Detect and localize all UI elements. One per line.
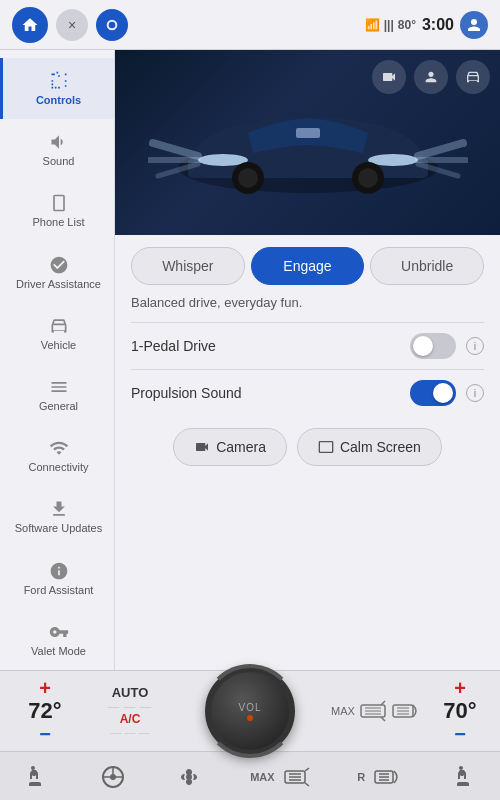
max-defrost-icon[interactable] [281, 761, 313, 793]
general-label: General [39, 400, 78, 413]
vol-indicator [247, 715, 253, 721]
one-pedal-drive-label: 1-Pedal Drive [131, 338, 216, 354]
sound-icon [48, 131, 70, 153]
driver-icon [48, 254, 70, 276]
close-button[interactable]: × [56, 9, 88, 41]
calm-screen-label: Calm Screen [340, 439, 421, 455]
rear-defrost-icon [391, 697, 419, 725]
rear-defrost-label: R [357, 771, 365, 783]
right-temp-plus[interactable]: + [454, 678, 466, 698]
max-defrost-label: MAX [250, 771, 274, 783]
whisper-mode-button[interactable]: Whisper [131, 247, 245, 285]
propulsion-sound-label: Propulsion Sound [131, 385, 242, 401]
action-buttons: Camera Calm Screen [131, 428, 484, 466]
content-area: Whisper Engage Unbridle Balanced drive, … [115, 50, 500, 670]
home-button[interactable] [12, 7, 48, 43]
camera-label: Camera [216, 439, 266, 455]
sidebar-item-valet-mode[interactable]: Valet Mode [0, 609, 114, 670]
ac-label: A/C [120, 712, 141, 726]
propulsion-sound-row: Propulsion Sound i [131, 369, 484, 416]
sidebar-item-general[interactable]: General [0, 364, 114, 425]
one-pedal-drive-controls: i [410, 333, 484, 359]
volume-knob[interactable]: VOL [205, 666, 295, 756]
bottom-bar: + 72° − AUTO — — — A/C — — — VOL MAX [0, 670, 500, 800]
signal-bars: ||| [384, 18, 394, 32]
car-image-area [115, 50, 500, 235]
auto-section: AUTO — — — A/C — — — [90, 685, 170, 738]
ford-assistant-icon [48, 560, 70, 582]
software-updates-icon [48, 498, 70, 520]
controls-icon [48, 70, 70, 92]
max-defrost-group: MAX [250, 761, 312, 793]
ford-assistant-label: Ford Assistant [24, 584, 94, 597]
engage-mode-button[interactable]: Engage [251, 247, 365, 285]
one-pedal-drive-toggle[interactable] [410, 333, 456, 359]
sidebar-item-sound[interactable]: Sound [0, 119, 114, 180]
main-container: Controls Sound Phone List Driver Assista… [0, 50, 500, 670]
propulsion-sound-info[interactable]: i [466, 384, 484, 402]
ac-dashes: — — — [110, 726, 149, 738]
svg-point-7 [238, 168, 258, 188]
drive-section: Whisper Engage Unbridle Balanced drive, … [115, 235, 500, 670]
status-icons: 📶 ||| 80° [365, 18, 416, 32]
wifi-icon: 📶 [365, 18, 380, 32]
driver-assistance-label: Driver Assistance [16, 278, 101, 291]
sidebar-item-connectivity[interactable]: Connectivity [0, 425, 114, 486]
sidebar-item-phone-list[interactable]: Phone List [0, 180, 114, 241]
svg-point-1 [109, 21, 116, 28]
unbridle-mode-button[interactable]: Unbridle [370, 247, 484, 285]
controls-label: Controls [36, 94, 81, 107]
time-display: 3:00 [422, 16, 454, 34]
bottom-icons-row: MAX R [0, 751, 500, 800]
seat-heat-left-icon[interactable] [20, 761, 52, 793]
rear-defrost-group: R [357, 761, 403, 793]
status-bar-right: 📶 ||| 80° 3:00 [365, 11, 488, 39]
valet-mode-icon [48, 621, 70, 643]
car-view-button[interactable] [456, 60, 490, 94]
propulsion-sound-toggle[interactable] [410, 380, 456, 406]
bottom-controls: + 72° − AUTO — — — A/C — — — VOL MAX [0, 671, 500, 751]
vehicle-icon [48, 315, 70, 337]
camera-button[interactable]: Camera [173, 428, 287, 466]
connectivity-icon [48, 437, 70, 459]
sidebar-item-software-updates[interactable]: Software Updates [0, 486, 114, 547]
left-temp-value: 72° [28, 698, 61, 724]
max-label: MAX [331, 705, 355, 717]
calm-screen-button[interactable]: Calm Screen [297, 428, 442, 466]
seat-heat-right-icon[interactable] [448, 761, 480, 793]
propulsion-sound-knob [433, 383, 453, 403]
left-temp-minus[interactable]: − [39, 724, 51, 744]
svg-rect-10 [296, 128, 320, 138]
drive-description: Balanced drive, everyday fun. [131, 295, 484, 310]
user-avatar[interactable] [460, 11, 488, 39]
assistant-button[interactable] [96, 9, 128, 41]
defrost-icon [359, 697, 387, 725]
person-view-button[interactable] [414, 60, 448, 94]
status-bar-left: × [12, 7, 128, 43]
camera-icon [194, 439, 210, 455]
one-pedal-drive-knob [413, 336, 433, 356]
svg-point-14 [110, 774, 116, 780]
sidebar-item-controls[interactable]: Controls [0, 58, 114, 119]
vol-knob-area: VOL [170, 666, 330, 756]
sound-label: Sound [43, 155, 75, 168]
sidebar-item-ford-assistant[interactable]: Ford Assistant [0, 548, 114, 609]
one-pedal-drive-row: 1-Pedal Drive i [131, 322, 484, 369]
steering-icon[interactable] [97, 761, 129, 793]
left-temp-section: + 72° − [0, 670, 90, 752]
fan-icon[interactable] [173, 761, 205, 793]
right-controls: MAX [330, 697, 420, 725]
rear-defrost-icon[interactable] [371, 761, 403, 793]
valet-mode-label: Valet Mode [31, 645, 86, 658]
phone-icon [48, 192, 70, 214]
sidebar-item-driver-assistance[interactable]: Driver Assistance [0, 242, 114, 303]
left-temp-plus[interactable]: + [39, 678, 51, 698]
sidebar: Controls Sound Phone List Driver Assista… [0, 50, 115, 670]
one-pedal-drive-info[interactable]: i [466, 337, 484, 355]
status-bar: × 📶 ||| 80° 3:00 [0, 0, 500, 50]
drive-mode-buttons: Whisper Engage Unbridle [131, 247, 484, 285]
right-temp-minus[interactable]: − [454, 724, 466, 744]
camera-view-button[interactable] [372, 60, 406, 94]
svg-point-9 [358, 168, 378, 188]
sidebar-item-vehicle[interactable]: Vehicle [0, 303, 114, 364]
